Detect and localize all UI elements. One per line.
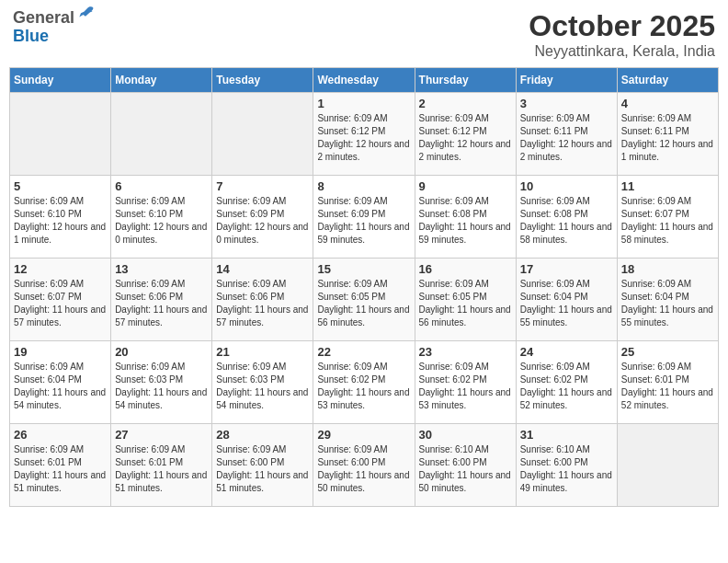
day-info: Sunrise: 6:09 AM Sunset: 6:07 PM Dayligh… [621, 195, 714, 247]
day-number: 4 [621, 97, 714, 110]
day-number: 16 [419, 262, 512, 276]
day-info: Sunrise: 6:09 AM Sunset: 6:04 PM Dayligh… [14, 361, 107, 412]
calendar-week-row: 26Sunrise: 6:09 AM Sunset: 6:01 PM Dayli… [10, 424, 719, 507]
day-number: 9 [419, 179, 512, 193]
calendar-cell [617, 424, 718, 507]
weekday-header: Wednesday [313, 68, 415, 93]
calendar-cell: 22Sunrise: 6:09 AM Sunset: 6:02 PM Dayli… [313, 341, 415, 424]
weekday-header: Friday [516, 68, 617, 93]
calendar-cell: 6Sunrise: 6:09 AM Sunset: 6:10 PM Daylig… [111, 176, 212, 259]
calendar-cell: 26Sunrise: 6:09 AM Sunset: 6:01 PM Dayli… [10, 424, 111, 507]
day-number: 29 [317, 428, 410, 442]
calendar-week-row: 19Sunrise: 6:09 AM Sunset: 6:04 PM Dayli… [10, 341, 719, 424]
day-number: 18 [621, 262, 714, 276]
day-number: 2 [419, 97, 512, 110]
calendar-cell: 2Sunrise: 6:09 AM Sunset: 6:12 PM Daylig… [415, 93, 516, 176]
day-info: Sunrise: 6:09 AM Sunset: 6:08 PM Dayligh… [520, 195, 613, 247]
calendar-body: 1Sunrise: 6:09 AM Sunset: 6:12 PM Daylig… [10, 93, 719, 507]
day-number: 22 [317, 345, 410, 359]
day-info: Sunrise: 6:09 AM Sunset: 6:09 PM Dayligh… [216, 195, 309, 247]
calendar-cell: 23Sunrise: 6:09 AM Sunset: 6:02 PM Dayli… [415, 341, 516, 424]
calendar-week-row: 1Sunrise: 6:09 AM Sunset: 6:12 PM Daylig… [10, 93, 719, 176]
calendar-cell: 15Sunrise: 6:09 AM Sunset: 6:05 PM Dayli… [313, 259, 415, 341]
day-number: 25 [621, 345, 714, 359]
weekday-header: Monday [111, 68, 212, 93]
calendar-cell: 25Sunrise: 6:09 AM Sunset: 6:01 PM Dayli… [617, 341, 718, 424]
day-number: 28 [216, 428, 309, 442]
calendar-week-row: 12Sunrise: 6:09 AM Sunset: 6:07 PM Dayli… [10, 259, 719, 341]
day-info: Sunrise: 6:09 AM Sunset: 6:00 PM Dayligh… [216, 443, 309, 495]
weekday-header: Sunday [10, 68, 111, 93]
calendar-cell [212, 93, 313, 176]
day-number: 12 [14, 262, 107, 276]
weekday-header: Tuesday [212, 68, 313, 93]
day-info: Sunrise: 6:10 AM Sunset: 6:00 PM Dayligh… [520, 443, 613, 495]
day-info: Sunrise: 6:09 AM Sunset: 6:03 PM Dayligh… [115, 361, 208, 412]
day-number: 17 [520, 262, 613, 276]
calendar-cell: 11Sunrise: 6:09 AM Sunset: 6:07 PM Dayli… [617, 176, 718, 259]
day-number: 6 [115, 179, 208, 193]
calendar-cell: 9Sunrise: 6:09 AM Sunset: 6:08 PM Daylig… [415, 176, 516, 259]
day-number: 14 [216, 262, 309, 276]
calendar-cell: 21Sunrise: 6:09 AM Sunset: 6:03 PM Dayli… [212, 341, 313, 424]
day-info: Sunrise: 6:09 AM Sunset: 6:05 PM Dayligh… [317, 278, 410, 329]
calendar-cell: 29Sunrise: 6:09 AM Sunset: 6:00 PM Dayli… [313, 424, 415, 507]
day-number: 5 [14, 179, 107, 193]
calendar-cell: 16Sunrise: 6:09 AM Sunset: 6:05 PM Dayli… [415, 259, 516, 341]
calendar-cell: 17Sunrise: 6:09 AM Sunset: 6:04 PM Dayli… [516, 259, 617, 341]
day-number: 26 [14, 428, 107, 442]
calendar-cell [10, 93, 111, 176]
day-info: Sunrise: 6:09 AM Sunset: 6:02 PM Dayligh… [419, 361, 512, 412]
day-number: 30 [419, 428, 512, 442]
day-info: Sunrise: 6:09 AM Sunset: 6:01 PM Dayligh… [115, 443, 208, 495]
day-number: 31 [520, 428, 613, 442]
day-info: Sunrise: 6:10 AM Sunset: 6:00 PM Dayligh… [419, 443, 512, 495]
day-info: Sunrise: 6:09 AM Sunset: 6:03 PM Dayligh… [216, 361, 309, 412]
logo-blue: Blue [13, 28, 95, 46]
location-subtitle: Neyyattinkara, Kerala, India [529, 43, 715, 60]
calendar-cell: 14Sunrise: 6:09 AM Sunset: 6:06 PM Dayli… [212, 259, 313, 341]
day-number: 13 [115, 262, 208, 276]
day-number: 27 [115, 428, 208, 442]
day-info: Sunrise: 6:09 AM Sunset: 6:09 PM Dayligh… [317, 195, 410, 247]
calendar-cell: 24Sunrise: 6:09 AM Sunset: 6:02 PM Dayli… [516, 341, 617, 424]
day-number: 11 [621, 179, 714, 193]
logo-bird-icon [76, 6, 95, 24]
calendar-cell [111, 93, 212, 176]
calendar-cell: 18Sunrise: 6:09 AM Sunset: 6:04 PM Dayli… [617, 259, 718, 341]
day-number: 10 [520, 179, 613, 193]
day-number: 20 [115, 345, 208, 359]
day-info: Sunrise: 6:09 AM Sunset: 6:02 PM Dayligh… [317, 361, 410, 412]
month-title: October 2025 [529, 9, 715, 43]
day-info: Sunrise: 6:09 AM Sunset: 6:04 PM Dayligh… [621, 278, 714, 329]
calendar-cell: 30Sunrise: 6:10 AM Sunset: 6:00 PM Dayli… [415, 424, 516, 507]
day-info: Sunrise: 6:09 AM Sunset: 6:11 PM Dayligh… [520, 112, 613, 164]
logo: General Blue [13, 9, 95, 46]
day-number: 19 [14, 345, 107, 359]
weekday-header: Saturday [617, 68, 718, 93]
title-block: October 2025 Neyyattinkara, Kerala, Indi… [529, 9, 715, 60]
calendar-header-row: SundayMondayTuesdayWednesdayThursdayFrid… [10, 68, 719, 93]
calendar-cell: 7Sunrise: 6:09 AM Sunset: 6:09 PM Daylig… [212, 176, 313, 259]
day-info: Sunrise: 6:09 AM Sunset: 6:00 PM Dayligh… [317, 443, 410, 495]
calendar-cell: 28Sunrise: 6:09 AM Sunset: 6:00 PM Dayli… [212, 424, 313, 507]
weekday-header: Thursday [415, 68, 516, 93]
day-number: 3 [520, 97, 613, 110]
calendar-cell: 13Sunrise: 6:09 AM Sunset: 6:06 PM Dayli… [111, 259, 212, 341]
day-number: 7 [216, 179, 309, 193]
day-info: Sunrise: 6:09 AM Sunset: 6:10 PM Dayligh… [115, 195, 208, 247]
day-number: 21 [216, 345, 309, 359]
day-number: 15 [317, 262, 410, 276]
day-info: Sunrise: 6:09 AM Sunset: 6:10 PM Dayligh… [14, 195, 107, 247]
calendar-cell: 31Sunrise: 6:10 AM Sunset: 6:00 PM Dayli… [516, 424, 617, 507]
calendar-cell: 10Sunrise: 6:09 AM Sunset: 6:08 PM Dayli… [516, 176, 617, 259]
day-info: Sunrise: 6:09 AM Sunset: 6:12 PM Dayligh… [317, 112, 410, 164]
day-info: Sunrise: 6:09 AM Sunset: 6:06 PM Dayligh… [216, 278, 309, 329]
calendar-cell: 4Sunrise: 6:09 AM Sunset: 6:11 PM Daylig… [617, 93, 718, 176]
calendar-cell: 19Sunrise: 6:09 AM Sunset: 6:04 PM Dayli… [10, 341, 111, 424]
calendar-week-row: 5Sunrise: 6:09 AM Sunset: 6:10 PM Daylig… [10, 176, 719, 259]
day-info: Sunrise: 6:09 AM Sunset: 6:07 PM Dayligh… [14, 278, 107, 329]
calendar-cell: 5Sunrise: 6:09 AM Sunset: 6:10 PM Daylig… [10, 176, 111, 259]
day-info: Sunrise: 6:09 AM Sunset: 6:11 PM Dayligh… [621, 112, 714, 164]
day-info: Sunrise: 6:09 AM Sunset: 6:01 PM Dayligh… [621, 361, 714, 412]
